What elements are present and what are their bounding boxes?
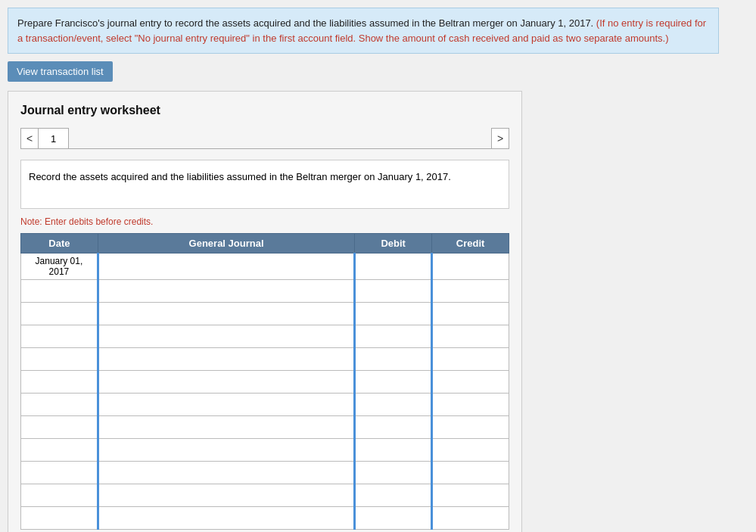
debit-cell[interactable] bbox=[355, 484, 432, 507]
debit-cell[interactable] bbox=[355, 254, 432, 280]
general-journal-input[interactable] bbox=[99, 511, 353, 526]
debit-cell[interactable] bbox=[355, 303, 432, 325]
debit-input[interactable] bbox=[356, 420, 431, 435]
general-journal-input[interactable] bbox=[99, 443, 353, 458]
credit-cell[interactable] bbox=[432, 394, 509, 416]
date-cell bbox=[21, 507, 98, 530]
credit-input[interactable] bbox=[433, 306, 509, 322]
credit-cell[interactable] bbox=[432, 462, 509, 484]
credit-input[interactable] bbox=[433, 465, 509, 481]
credit-input[interactable] bbox=[433, 443, 509, 458]
general-journal-input[interactable] bbox=[99, 352, 353, 367]
credit-cell[interactable] bbox=[432, 348, 509, 371]
view-transaction-list-button[interactable]: View transaction list bbox=[8, 61, 113, 82]
credit-cell[interactable] bbox=[432, 371, 509, 394]
credit-input[interactable] bbox=[433, 488, 509, 503]
nav-prev-button[interactable]: < bbox=[20, 128, 39, 149]
general-journal-input[interactable] bbox=[99, 259, 353, 274]
debit-input[interactable] bbox=[356, 465, 431, 481]
debit-cell[interactable] bbox=[355, 371, 432, 394]
credit-input[interactable] bbox=[433, 329, 509, 344]
general-journal-input[interactable] bbox=[99, 465, 353, 481]
general-journal-cell[interactable] bbox=[98, 416, 354, 439]
table-row bbox=[21, 394, 509, 416]
general-journal-cell[interactable] bbox=[98, 439, 354, 462]
credit-cell[interactable] bbox=[432, 325, 509, 348]
debit-cell[interactable] bbox=[355, 462, 432, 484]
transaction-description-text: Record the assets acquired and the liabi… bbox=[29, 171, 451, 182]
debit-input[interactable] bbox=[356, 306, 431, 322]
debit-input[interactable] bbox=[356, 259, 431, 274]
table-row bbox=[21, 303, 509, 325]
general-journal-input[interactable] bbox=[99, 375, 353, 390]
credit-cell[interactable] bbox=[432, 439, 509, 462]
nav-next-button[interactable]: > bbox=[491, 128, 509, 149]
general-journal-cell[interactable] bbox=[98, 280, 354, 303]
debit-cell[interactable] bbox=[355, 439, 432, 462]
date-cell bbox=[21, 348, 98, 371]
credit-input[interactable] bbox=[433, 259, 509, 274]
page-number-input[interactable] bbox=[39, 128, 69, 149]
credit-cell[interactable] bbox=[432, 507, 509, 530]
debit-input[interactable] bbox=[356, 375, 431, 390]
general-journal-input[interactable] bbox=[99, 488, 353, 503]
journal-table: Date General Journal Debit Credit Januar… bbox=[20, 233, 509, 530]
debit-cell[interactable] bbox=[355, 325, 432, 348]
general-journal-input[interactable] bbox=[99, 329, 353, 344]
debit-cell[interactable] bbox=[355, 348, 432, 371]
general-journal-cell[interactable] bbox=[98, 348, 354, 371]
instruction-box: Prepare Francisco's journal entry to rec… bbox=[8, 8, 719, 54]
general-journal-cell[interactable] bbox=[98, 303, 354, 325]
general-journal-input[interactable] bbox=[99, 420, 353, 435]
date-cell bbox=[21, 303, 98, 325]
general-journal-cell[interactable] bbox=[98, 325, 354, 348]
table-row: January 01, 2017 bbox=[21, 254, 509, 280]
general-journal-input[interactable] bbox=[99, 306, 353, 322]
debit-input[interactable] bbox=[356, 488, 431, 503]
general-journal-cell[interactable] bbox=[98, 484, 354, 507]
debit-input[interactable] bbox=[356, 443, 431, 458]
credit-cell[interactable] bbox=[432, 303, 509, 325]
debit-input[interactable] bbox=[356, 329, 431, 344]
credit-input[interactable] bbox=[433, 511, 509, 526]
date-cell bbox=[21, 416, 98, 439]
general-journal-cell[interactable] bbox=[98, 394, 354, 416]
debit-cell[interactable] bbox=[355, 416, 432, 439]
credit-cell[interactable] bbox=[432, 416, 509, 439]
credit-cell[interactable] bbox=[432, 280, 509, 303]
debit-cell[interactable] bbox=[355, 394, 432, 416]
general-journal-cell[interactable] bbox=[98, 462, 354, 484]
credit-cell[interactable] bbox=[432, 254, 509, 280]
credit-input[interactable] bbox=[433, 352, 509, 367]
general-journal-cell[interactable] bbox=[98, 371, 354, 394]
debit-input[interactable] bbox=[356, 352, 431, 367]
general-journal-input[interactable] bbox=[99, 284, 353, 299]
general-journal-input[interactable] bbox=[99, 397, 353, 412]
general-journal-cell[interactable] bbox=[98, 507, 354, 530]
general-journal-cell[interactable] bbox=[98, 254, 354, 280]
debit-cell[interactable] bbox=[355, 280, 432, 303]
instruction-main-text: Prepare Francisco's journal entry to rec… bbox=[17, 17, 593, 29]
debit-cell[interactable] bbox=[355, 507, 432, 530]
table-row bbox=[21, 325, 509, 348]
debit-input[interactable] bbox=[356, 511, 431, 526]
nav-container: < > bbox=[20, 128, 509, 149]
col-header-credit: Credit bbox=[432, 234, 509, 254]
credit-cell[interactable] bbox=[432, 484, 509, 507]
debit-input[interactable] bbox=[356, 397, 431, 412]
credit-input[interactable] bbox=[433, 397, 509, 412]
date-cell bbox=[21, 371, 98, 394]
table-row bbox=[21, 371, 509, 394]
note-text: Note: Enter debits before credits. bbox=[20, 216, 509, 227]
credit-input[interactable] bbox=[433, 420, 509, 435]
date-cell bbox=[21, 484, 98, 507]
table-row bbox=[21, 484, 509, 507]
table-row bbox=[21, 416, 509, 439]
date-cell: January 01, 2017 bbox=[21, 254, 98, 280]
date-cell bbox=[21, 394, 98, 416]
table-row bbox=[21, 439, 509, 462]
debit-input[interactable] bbox=[356, 284, 431, 299]
credit-input[interactable] bbox=[433, 375, 509, 390]
credit-input[interactable] bbox=[433, 284, 509, 299]
table-row bbox=[21, 348, 509, 371]
